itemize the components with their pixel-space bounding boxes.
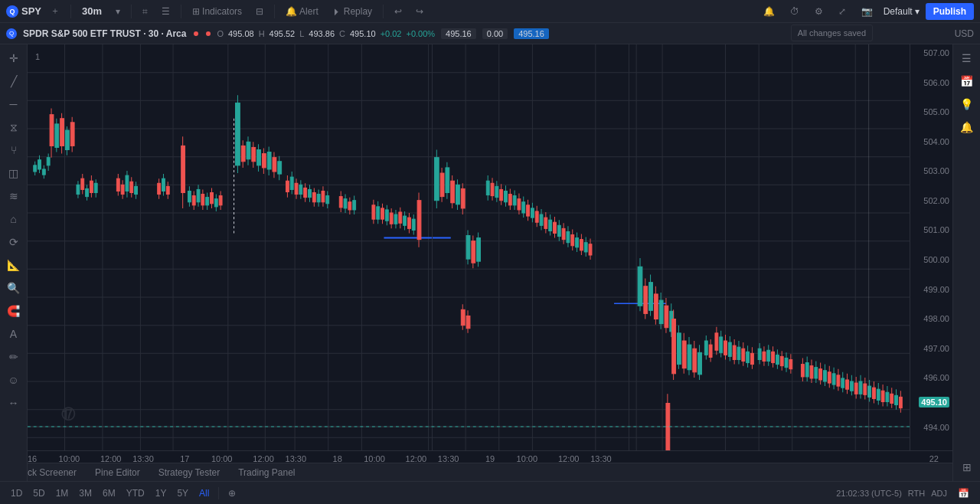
- measure-tool[interactable]: ↔: [3, 392, 24, 414]
- fullscreen-btn[interactable]: ⤢: [834, 5, 851, 18]
- all-changes-saved: All changes saved: [791, 25, 873, 41]
- indicators-label: Indicators: [202, 6, 242, 17]
- templates-btn[interactable]: ⊟: [251, 5, 268, 18]
- sep1: [70, 5, 71, 18]
- notification-btn[interactable]: 🔔: [759, 5, 779, 18]
- candlestick-chart: [28, 44, 910, 466]
- line-tool[interactable]: ╱: [3, 70, 24, 92]
- low-val: 493.86: [309, 29, 335, 38]
- time-18: 18: [333, 454, 342, 463]
- alert-icon: 🔔: [286, 6, 297, 17]
- alert-btn[interactable]: 🔔 Alert: [281, 5, 323, 18]
- high-label: H: [259, 29, 265, 38]
- price-497: 497.00: [913, 344, 949, 353]
- time-1200-d16: 12:00: [100, 454, 122, 463]
- brush-tool[interactable]: ✏: [3, 346, 24, 368]
- time-1330-d16: 13:30: [132, 454, 154, 463]
- price-494: 494.00: [913, 423, 949, 432]
- open-label: O: [217, 29, 224, 38]
- bottom-bar: 1D 5D 1M 3M 6M YTD 1Y 5Y All ⊕ 21:02:33 …: [0, 481, 980, 504]
- price-tag-3: 495.16: [514, 28, 549, 39]
- zoom-tool[interactable]: 🔍: [3, 277, 24, 299]
- period-1m[interactable]: 1M: [51, 486, 74, 500]
- close-label: C: [339, 29, 345, 38]
- tab-pine-editor[interactable]: Pine Editor: [87, 466, 148, 479]
- add-to-watchlist-btn[interactable]: ＋: [46, 3, 64, 19]
- price-506: 506.00: [913, 78, 949, 87]
- currency-label: USD: [955, 28, 974, 39]
- publish-button[interactable]: Publish: [926, 3, 974, 20]
- settings-btn[interactable]: ⚙: [810, 5, 828, 18]
- text-tool[interactable]: A: [3, 323, 24, 345]
- price-502: 502.00: [913, 196, 949, 205]
- right-sidebar: ☰ 📅 💡 🔔 ⊞: [952, 44, 980, 481]
- period-5d[interactable]: 5D: [28, 486, 49, 500]
- replay-icon: ⏵: [332, 6, 341, 17]
- price-tag-2: 0.00: [482, 28, 508, 39]
- clock-btn[interactable]: ⏱: [786, 5, 804, 18]
- watchlist-btn[interactable]: ☰: [956, 47, 978, 69]
- period-1d[interactable]: 1D: [6, 486, 27, 500]
- price-498: 498.00: [913, 314, 949, 323]
- chart-style-btn[interactable]: ☰: [157, 5, 175, 18]
- compare-btn[interactable]: ⊕: [224, 486, 240, 500]
- undo-btn[interactable]: ↩: [390, 5, 407, 18]
- time-16: 16: [28, 454, 37, 463]
- datetime-label: 21:02:33 (UTC-5): [836, 489, 902, 498]
- default-label-text: Default: [884, 6, 913, 17]
- calendar-btn[interactable]: 📅: [956, 70, 978, 92]
- redo-btn[interactable]: ↪: [411, 5, 428, 18]
- tab-strategy-tester[interactable]: Strategy Tester: [151, 466, 227, 479]
- tab-trading-panel[interactable]: Trading Panel: [230, 466, 302, 479]
- gann-tool[interactable]: ◫: [3, 162, 24, 184]
- ohlc-info: O 495.08 H 495.52 L 493.86 C 495.10 +0.0…: [217, 29, 435, 38]
- svg-rect-46: [60, 119, 64, 146]
- symbol-icon: Q: [6, 5, 18, 18]
- status-dot: [194, 31, 198, 36]
- adj-label: ADJ: [931, 489, 947, 498]
- symbol-full-name: SPDR S&P 500 ETF TRUST · 30 · Arca: [23, 28, 186, 39]
- sep-bottom: [218, 487, 219, 499]
- ideas-btn[interactable]: 💡: [956, 93, 978, 115]
- alerts-panel-btn[interactable]: 🔔: [956, 116, 978, 138]
- chart-type-btn[interactable]: ⌗: [138, 5, 152, 18]
- price-501: 501.00: [913, 225, 949, 234]
- hline-tool[interactable]: ─: [3, 93, 24, 115]
- emoji-tool[interactable]: ☺: [3, 369, 24, 391]
- high-val: 495.52: [270, 29, 296, 38]
- svg-rect-183: [477, 238, 481, 262]
- period-3m[interactable]: 3M: [74, 486, 96, 500]
- price-499: 499.00: [913, 285, 949, 294]
- price-507: 507.00: [913, 48, 949, 57]
- symbol-selector[interactable]: Q SPY: [6, 5, 41, 18]
- pattern-tool[interactable]: ⌂: [3, 208, 24, 230]
- period-ytd[interactable]: YTD: [122, 486, 149, 500]
- timeframe-btn[interactable]: 30m: [77, 4, 106, 18]
- calendar-icon-btn[interactable]: 📅: [953, 486, 974, 500]
- data-window-btn[interactable]: ⊞: [956, 457, 978, 478]
- fib-tool[interactable]: ≋: [3, 185, 24, 207]
- price-505: 505.00: [913, 107, 949, 116]
- indicators-icon: ⊞: [192, 6, 200, 17]
- price-500: 500.00: [913, 255, 949, 264]
- pitchfork-tool[interactable]: ⑂: [3, 139, 24, 161]
- bottom-right-info: 21:02:33 (UTC-5) RTH ADJ 📅: [836, 486, 974, 500]
- magnet-tool[interactable]: 🧲: [3, 300, 24, 322]
- period-1y[interactable]: 1Y: [151, 486, 172, 500]
- channel-tool[interactable]: ⧖: [3, 116, 24, 138]
- replay-btn[interactable]: ⏵ Replay: [328, 5, 377, 18]
- indicators-btn[interactable]: ⊞ Indicators: [188, 5, 247, 18]
- time-22: 22: [929, 454, 939, 463]
- status-dot2: [206, 31, 211, 36]
- session-label: RTH: [908, 489, 925, 498]
- snapshot-btn[interactable]: 📷: [857, 5, 877, 18]
- low-label: L: [299, 29, 304, 38]
- time-1200-d19: 12:00: [558, 454, 580, 463]
- prediction-tool[interactable]: ⟳: [3, 231, 24, 253]
- ruler-tool[interactable]: 📐: [3, 254, 24, 276]
- crosshair-tool[interactable]: ✛: [3, 47, 24, 69]
- period-6m[interactable]: 6M: [98, 486, 120, 500]
- timeframe-expand-btn[interactable]: ▾: [111, 5, 125, 18]
- period-all[interactable]: All: [194, 486, 214, 500]
- period-5y[interactable]: 5Y: [172, 486, 193, 500]
